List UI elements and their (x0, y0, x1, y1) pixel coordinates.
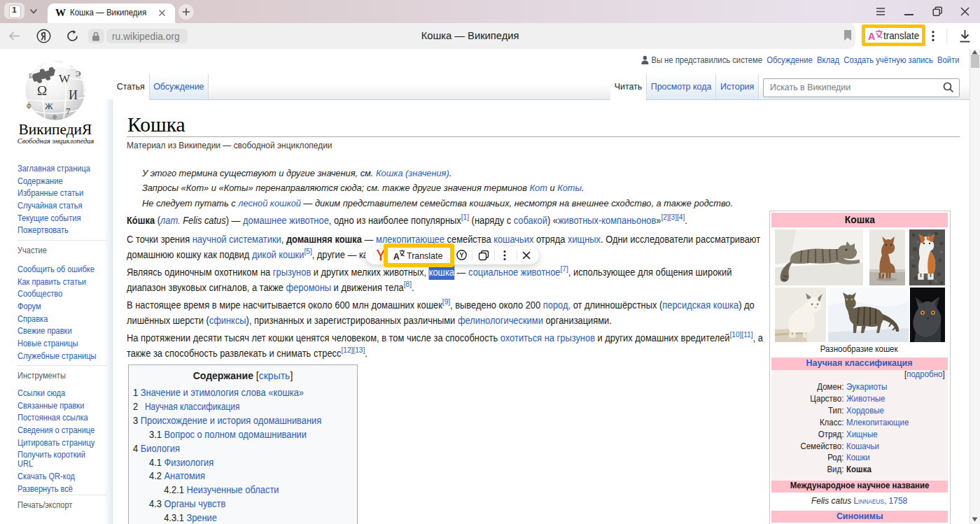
svg-text:Б: Б (29, 72, 33, 80)
svg-text:ф: ф (52, 113, 57, 120)
svg-text:И: И (69, 88, 78, 102)
svg-text:7: 7 (66, 106, 71, 116)
svg-text:Ω: Ω (37, 83, 47, 98)
svg-text:Ж: Ж (45, 101, 53, 111)
svg-text:A: A (868, 31, 875, 42)
svg-text:ф: ф (27, 101, 31, 109)
svg-text:A: A (393, 252, 400, 262)
svg-text:W: W (59, 72, 71, 85)
svg-text:Э: Э (76, 69, 80, 78)
